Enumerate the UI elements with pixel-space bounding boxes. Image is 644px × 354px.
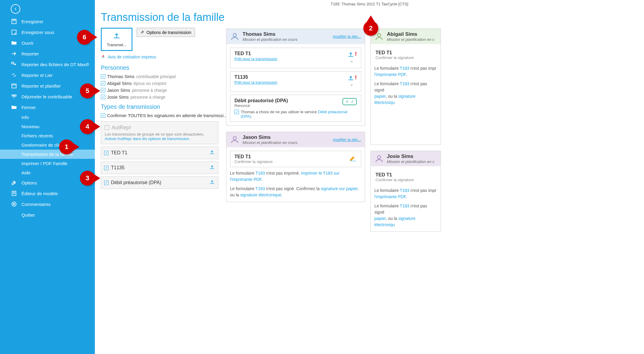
note-text: Le formulaire T183 n'est pas imprl'impri…: [374, 187, 437, 200]
t183-link[interactable]: T183: [400, 81, 409, 86]
ready-to-transmit-link[interactable]: Prêt pour la transmission: [234, 80, 277, 85]
subcard-sub: Confirmer la signature: [376, 55, 436, 60]
confirm-all-label: Confirmer TOUTES les signatures en atten…: [107, 113, 227, 118]
paper-sig-link[interactable]: signature sur papier: [321, 186, 357, 191]
tx-checkbox[interactable]: [104, 166, 109, 170]
nav-editeur-modele[interactable]: Éditeur de modèle: [0, 188, 95, 199]
ted-t1-subcard: TED T1 Confirmer la signature: [374, 170, 437, 184]
tx-type-dpa[interactable]: Débit préautorisé (DPA): [101, 176, 218, 189]
window-title: T185: Thomas Sims 2022 T1 TaxCycle [CTS]: [95, 0, 644, 8]
avatar-icon: [230, 135, 240, 145]
avatar-icon: [374, 154, 384, 164]
nav-reporter[interactable]: Reporter: [0, 48, 95, 59]
person-checkbox[interactable]: [101, 95, 105, 99]
person-checkbox[interactable]: [101, 88, 105, 92]
options-label: Options de transmission: [146, 30, 191, 35]
nav-reporter-lier[interactable]: Reporter et Lier: [0, 70, 95, 80]
nav-fermer[interactable]: Fermer: [0, 102, 95, 113]
callout-6: 6: [77, 30, 92, 45]
svg-point-11: [233, 136, 237, 140]
wrench-icon: [11, 179, 17, 186]
open-icon: [11, 40, 17, 46]
person-checkbox[interactable]: [101, 74, 105, 79]
express-noa-link[interactable]: Avis de cotisation express: [108, 55, 156, 59]
t1135-subcard: T1135Prêt pour la transmission !: [230, 71, 361, 92]
carry-forward-icon: [11, 50, 17, 57]
nav-label: Enregistrer: [21, 19, 43, 24]
link-icon: [11, 72, 17, 78]
nav-gestionnaire-clients[interactable]: Gestionnaire de clients: [0, 140, 95, 150]
note-text: Le formulaire T183 n'est pas signé. Conf…: [230, 186, 361, 198]
svg-point-9: [13, 203, 15, 205]
back-button[interactable]: [11, 4, 20, 14]
save-icon: [11, 18, 17, 25]
dpa-text: Thomas a choisi de ne pas utiliser le se…: [241, 110, 357, 119]
t183-link[interactable]: T183: [255, 171, 265, 176]
upload-icon: [209, 164, 215, 171]
modify-return-link[interactable]: modifier la déc...: [333, 137, 361, 142]
modify-return-link[interactable]: modifier la déc...: [333, 34, 361, 39]
nav-label: Fermer: [21, 105, 36, 110]
t183-link[interactable]: T183: [255, 186, 265, 191]
subcard-title: T1135: [234, 74, 277, 80]
tx-type-ted[interactable]: TED T1: [101, 147, 218, 159]
tx-checkbox[interactable]: [104, 181, 109, 185]
svg-point-12: [378, 33, 381, 37]
person-checkbox[interactable]: [101, 81, 105, 86]
nav-imprimer-pdf[interactable]: Imprimer / PDF Famille: [0, 159, 95, 168]
save-as-icon: [11, 29, 17, 35]
tx-checkbox[interactable]: [104, 151, 109, 155]
card-jason: Jason SimsMission et planification en co…: [226, 132, 365, 202]
nav-commentaires[interactable]: Commentaires: [0, 199, 95, 209]
nav-transmission-famille[interactable]: Transmission de la famille: [0, 150, 95, 159]
svg-point-8: [12, 202, 16, 206]
print-pdf-link[interactable]: l'imprimante PDF: [374, 194, 406, 199]
nav-enregistrer[interactable]: Enregistrer: [0, 16, 95, 27]
svg-rect-4: [12, 84, 16, 88]
dpa-title: Débit préautorisé (DPA): [234, 98, 288, 103]
nav-info[interactable]: Info: [0, 113, 95, 122]
chevron-down-icon[interactable]: [349, 59, 355, 65]
ted-t1-subcard: TED T1Confirmer la signature: [230, 151, 361, 167]
pencil-icon[interactable]: [349, 154, 357, 163]
ted-t1-subcard: TED T1 Confirmer la signature: [374, 48, 437, 62]
enable-autrepr-link[interactable]: Activer AutRepr dans les options de tran…: [105, 136, 190, 141]
nav-quitter[interactable]: Quitter: [0, 209, 95, 220]
person-name: Josie Sims: [107, 94, 129, 100]
upload-icon: [209, 149, 215, 156]
arrow-left-icon: [13, 7, 18, 11]
paper-sig-link[interactable]: papier: [374, 216, 386, 221]
transmit-button[interactable]: Transmet...: [101, 28, 132, 51]
card-header: Josie SimsMission et planification en c: [371, 151, 441, 166]
svg-rect-3: [12, 62, 14, 64]
nav-label: Reporter des fichiers de DT Max®: [21, 62, 89, 67]
print-pdf-link[interactable]: l'imprimante PDF: [374, 72, 406, 77]
chevron-down-icon[interactable]: [349, 83, 355, 88]
t183-link[interactable]: T183: [400, 188, 409, 193]
card-header: Abigail SimsMission et planification en …: [371, 29, 441, 44]
card-abigail: Abigail SimsMission et planification en …: [370, 29, 441, 145]
nav-label: Reporter: [21, 51, 39, 56]
nav-label: Quitter: [21, 212, 35, 218]
wrench-icon: [140, 30, 145, 35]
callout-5: 5: [80, 83, 95, 98]
svg-point-5: [12, 95, 14, 97]
callout-4: 4: [80, 119, 95, 134]
nav-label: Nouveau: [21, 124, 39, 129]
tx-type-t1135[interactable]: T1135: [101, 162, 218, 174]
dpa-waived-checkbox[interactable]: [234, 110, 239, 114]
paper-sig-link[interactable]: papier: [374, 94, 386, 99]
tx-label: Débit préautorisé (DPA): [111, 180, 161, 185]
tx-label: TED T1: [111, 150, 127, 156]
esig-link[interactable]: signature électronique: [240, 192, 281, 197]
subcard-title: TED T1: [376, 172, 436, 178]
transmission-options-button[interactable]: Options de transmission: [137, 28, 195, 37]
t183-link[interactable]: T183: [400, 204, 409, 208]
nav-reporter-dtmax[interactable]: Reporter des fichiers de DT Max®: [0, 59, 95, 70]
nav-fichiers-recents[interactable]: Fichiers récents: [0, 131, 95, 140]
t183-link[interactable]: T183: [400, 66, 409, 71]
card-name: Thomas Sims: [243, 31, 297, 37]
confirm-all-checkbox[interactable]: [101, 113, 105, 118]
ready-to-transmit-link[interactable]: Prêt pour la transmission: [234, 57, 277, 61]
nav-label: Imprimer / PDF Famille: [21, 161, 67, 166]
